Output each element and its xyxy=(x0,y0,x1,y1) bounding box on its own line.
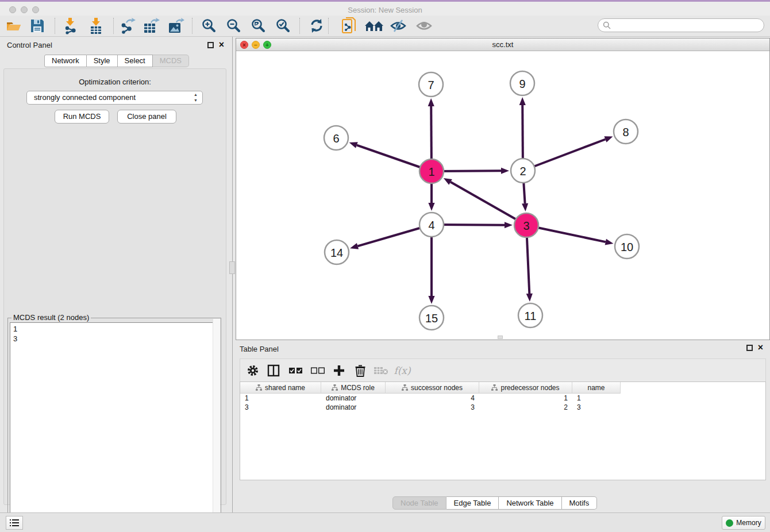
float-panel-icon[interactable] xyxy=(207,42,214,48)
search-input[interactable] xyxy=(598,18,764,32)
import-network-button[interactable] xyxy=(62,17,79,34)
graph-edge-arrowhead xyxy=(505,222,513,228)
export-table-button[interactable] xyxy=(143,17,160,34)
split-columns-icon xyxy=(267,364,280,377)
close-table-panel-icon[interactable]: × xyxy=(758,342,763,353)
zoom-in-icon xyxy=(201,18,217,34)
delete-table-button[interactable] xyxy=(373,363,389,379)
zoom-selected-icon xyxy=(275,18,291,34)
network-window-titlebar[interactable]: × − + scc.txt xyxy=(236,38,769,51)
export-table-icon xyxy=(143,17,160,34)
zoom-out-button[interactable] xyxy=(225,17,242,34)
refresh-icon xyxy=(309,18,325,34)
hide-graphics-details-button[interactable] xyxy=(390,17,407,34)
graph-edge[interactable] xyxy=(523,139,605,171)
graph-edge-arrowhead xyxy=(350,243,359,249)
unchecked-boxes-icon xyxy=(311,367,325,374)
table-row[interactable]: 3dominator323 xyxy=(240,403,765,412)
window-titlebar: Session: New Session xyxy=(0,0,770,16)
clone-network-button[interactable] xyxy=(341,17,358,34)
export-network-button[interactable] xyxy=(119,17,136,34)
control-panel: Control Panel × Network Style Select MCD… xyxy=(0,37,230,512)
column-header-successor-nodes[interactable]: successor nodes xyxy=(386,382,479,394)
tab-node-table[interactable]: Node Table xyxy=(392,496,446,510)
window-title: Session: New Session xyxy=(0,6,770,14)
mcds-result-text[interactable]: 1 3 xyxy=(10,322,219,531)
zoom-selected-button[interactable] xyxy=(275,17,292,34)
network-view-window: × − + scc.txt 7968124314101511 xyxy=(236,38,770,340)
column-header-name[interactable]: name xyxy=(572,382,621,394)
task-history-button[interactable] xyxy=(6,516,23,530)
tab-network[interactable]: Network xyxy=(44,55,87,67)
view-resize-handle[interactable] xyxy=(498,336,503,339)
column-header-mcds-role[interactable]: MCDS role xyxy=(321,382,386,394)
table-cell: dominator xyxy=(321,394,386,403)
table-cell: 4 xyxy=(386,394,479,403)
export-network-icon xyxy=(119,17,136,34)
tab-motifs[interactable]: Motifs xyxy=(562,496,598,510)
open-session-button[interactable] xyxy=(5,17,22,34)
close-panel-button[interactable]: Close panel xyxy=(117,110,176,124)
vertical-splitter[interactable] xyxy=(232,37,233,512)
graph-node-label: 3 xyxy=(523,219,529,232)
search-icon xyxy=(603,21,611,29)
tab-style[interactable]: Style xyxy=(87,55,118,67)
save-session-button[interactable] xyxy=(29,17,46,34)
column-header-predecessor-nodes[interactable]: predecessor nodes xyxy=(479,382,572,394)
double-house-icon xyxy=(364,18,384,33)
column-header-shared-name[interactable]: shared name xyxy=(240,382,321,394)
refresh-view-button[interactable] xyxy=(308,17,325,34)
tab-network-table[interactable]: Network Table xyxy=(499,496,561,510)
export-image-icon xyxy=(167,17,184,34)
export-image-button[interactable] xyxy=(167,17,184,34)
zoom-fit-icon xyxy=(251,18,267,34)
function-builder-button[interactable]: f(x) xyxy=(394,363,410,379)
optimization-criterion-label: Optimization criterion: xyxy=(4,78,226,86)
tab-select[interactable]: Select xyxy=(118,55,153,67)
close-panel-icon[interactable]: × xyxy=(219,39,224,51)
show-column-panel-button[interactable] xyxy=(265,363,282,379)
vertical-splitter-handle[interactable] xyxy=(229,261,235,274)
zoom-in-button[interactable] xyxy=(201,17,218,34)
network-file-icon xyxy=(341,17,357,35)
tab-mcds[interactable]: MCDS xyxy=(153,55,189,67)
criterion-selected-value: strongly connected component xyxy=(34,93,136,102)
network-graph[interactable]: 7968124314101511 xyxy=(236,51,769,340)
zoom-fit-button[interactable] xyxy=(250,17,267,34)
graph-edge-arrowhead xyxy=(519,97,526,105)
memory-status-icon xyxy=(726,519,733,527)
create-column-button[interactable] xyxy=(331,363,347,379)
network-view-title: scc.txt xyxy=(236,40,769,49)
graph-node-label: 4 xyxy=(428,219,434,232)
criterion-select[interactable]: strongly connected component ▲▼ xyxy=(26,91,203,105)
list-menu-icon xyxy=(10,519,19,526)
table-cell: dominator xyxy=(321,403,386,412)
table-toolbar: f(x) xyxy=(240,358,766,381)
select-all-columns-button[interactable] xyxy=(288,363,304,379)
mcds-result-group: MCDS result (2 nodes) 1 3 xyxy=(7,318,221,532)
tree-icon xyxy=(256,384,262,391)
result-scrollbar[interactable] xyxy=(213,319,220,526)
table-cell: 3 xyxy=(572,403,621,412)
graph-node-label: 11 xyxy=(525,310,537,322)
table-options-button[interactable] xyxy=(245,363,261,379)
delete-table-icon xyxy=(374,366,388,375)
table-row[interactable]: 1dominator411 xyxy=(240,394,765,403)
unselect-all-columns-button[interactable] xyxy=(310,363,326,379)
control-panel-title: Control Panel xyxy=(7,41,52,49)
graph-node-label: 7 xyxy=(428,79,434,91)
mcds-result-title: MCDS result (2 nodes) xyxy=(11,313,91,322)
network-canvas[interactable]: 7968124314101511 xyxy=(236,51,769,340)
table-cell: 2 xyxy=(479,403,572,412)
toolbar-separator xyxy=(328,18,329,34)
home-button[interactable] xyxy=(364,17,384,34)
memory-button[interactable]: Memory xyxy=(722,516,765,530)
import-table-icon xyxy=(88,17,104,34)
graph-edge[interactable] xyxy=(451,182,526,225)
import-table-button[interactable] xyxy=(87,17,105,34)
run-mcds-button[interactable]: Run MCDS xyxy=(55,110,109,124)
tab-edge-table[interactable]: Edge Table xyxy=(446,496,499,510)
show-graphics-details-button[interactable] xyxy=(415,17,433,34)
delete-columns-button[interactable] xyxy=(352,363,368,379)
float-table-panel-icon[interactable] xyxy=(746,345,753,351)
